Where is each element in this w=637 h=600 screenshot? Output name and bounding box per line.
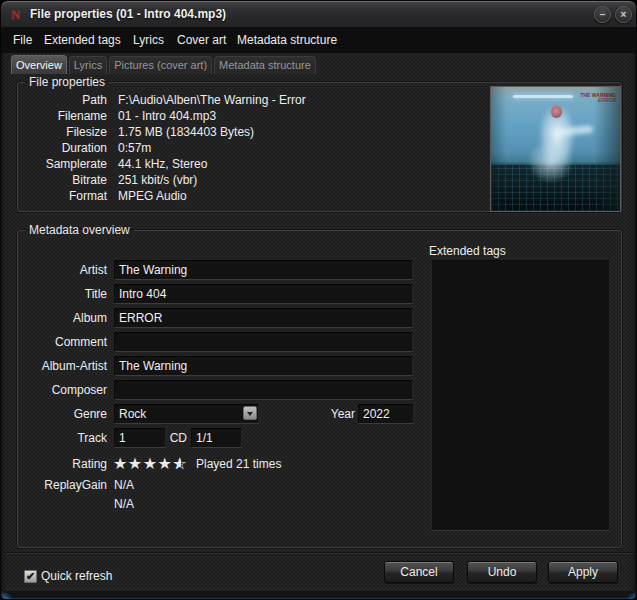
album-label: Album [18,309,107,327]
title-input[interactable] [114,284,413,304]
year-input[interactable] [358,404,414,424]
genre-value: Rock [119,407,146,421]
track-label: Track [18,429,107,447]
format-value: MPEG Audio [118,188,187,204]
samplerate-label: Samplerate [18,156,107,172]
footer-separator [4,552,635,553]
rating-label: Rating [18,455,107,473]
window-title: File properties (01 - Intro 404.mp3) [30,1,226,27]
album-art-caption: THE WARNING ERROR [580,93,616,103]
tab-pictures[interactable]: Pictures (cover art) [109,56,212,74]
samplerate-value: 44.1 kHz, Stereo [118,156,207,172]
star-full-icon[interactable]: ★ [143,455,158,472]
artist-label: Artist [18,261,107,279]
album-input[interactable] [114,308,413,328]
metadata-overview-body: Extended tags Artist Title Album Comment… [18,231,621,547]
album-art-head [551,106,562,118]
genre-combobox[interactable]: Rock [114,404,259,424]
path-label: Path [18,92,107,108]
tab-metadata-structure[interactable]: Metadata structure [214,56,316,74]
album-art-figure [533,107,579,175]
played-count: Played 21 times [196,455,281,473]
album-art-title: ERROR [580,98,616,103]
star-half-icon[interactable]: ☆★ [172,455,187,472]
comment-input[interactable] [114,332,413,352]
tab-lyrics[interactable]: Lyrics [69,56,107,74]
star-full-icon[interactable]: ★ [158,455,173,472]
undo-button[interactable]: Undo [467,561,537,583]
album-art: THE WARNING ERROR [490,86,621,212]
filesize-label: Filesize [18,124,107,140]
filename-value: 01 - Intro 404.mp3 [118,108,216,124]
minimize-button[interactable]: – [594,6,611,23]
album-art-skirt [521,143,575,195]
filesize-value: 1.75 MB (1834403 Bytes) [118,124,254,140]
album-art-floor [491,165,620,211]
tab-strip: Overview Lyrics Pictures (cover art) Met… [11,55,318,74]
close-button[interactable]: × [615,6,632,23]
format-label: Format [18,188,107,204]
composer-input[interactable] [114,380,413,400]
genre-label: Genre [18,405,107,423]
file-properties-window: N File properties (01 - Intro 404.mp3) –… [0,0,637,600]
extended-tags-label: Extended tags [429,244,506,258]
cd-label: CD [138,429,187,447]
path-value: F:\Audio\Alben\The Warning - Error [118,92,306,108]
title-label: Title [18,285,107,303]
album-art-artist: THE WARNING [580,93,616,98]
apply-button[interactable]: Apply [548,561,618,583]
quick-refresh-checkbox[interactable]: ✔ [24,570,37,583]
year-label: Year [269,405,355,423]
tab-overview[interactable]: Overview [11,55,67,74]
album-art-lightbar [513,95,573,98]
menu-lyrics[interactable]: Lyrics [133,28,164,53]
window-bottom-edge [1,591,636,599]
replaygain-value-1: N/A [114,476,134,494]
replaygain-value-2: N/A [114,495,134,513]
filename-label: Filename [18,108,107,124]
app-icon: N [11,7,26,22]
album-art-arm [553,125,594,137]
album-artist-input[interactable] [114,356,413,376]
menu-file[interactable]: File [13,28,32,53]
cancel-button[interactable]: Cancel [384,561,454,583]
file-properties-body: Path F:\Audio\Alben\The Warning - Error … [18,83,621,211]
extended-tags-list[interactable] [431,260,610,531]
duration-value: 0:57m [118,140,151,156]
cd-input[interactable] [191,428,242,448]
star-full-icon[interactable]: ★ [113,455,128,472]
composer-label: Composer [18,381,107,399]
bitrate-label: Bitrate [18,172,107,188]
rating-stars[interactable]: ★★★★☆★ [113,455,187,473]
menu-cover-art[interactable]: Cover art [177,28,226,53]
title-bar[interactable]: N File properties (01 - Intro 404.mp3) –… [1,1,636,28]
album-artist-label: Album-Artist [18,357,107,375]
menu-bar: File Extended tags Lyrics Cover art Meta… [1,28,636,53]
artist-input[interactable] [114,260,413,280]
duration-label: Duration [18,140,107,156]
bitrate-value: 251 kbit/s (vbr) [118,172,197,188]
menu-extended-tags[interactable]: Extended tags [44,28,121,53]
menu-metadata-structure[interactable]: Metadata structure [237,28,337,53]
comment-label: Comment [18,333,107,351]
star-full-icon[interactable]: ★ [128,455,143,472]
replaygain-label: ReplayGain [18,476,107,494]
genre-dropdown-button[interactable] [243,406,257,420]
quick-refresh-label: Quick refresh [41,569,112,583]
